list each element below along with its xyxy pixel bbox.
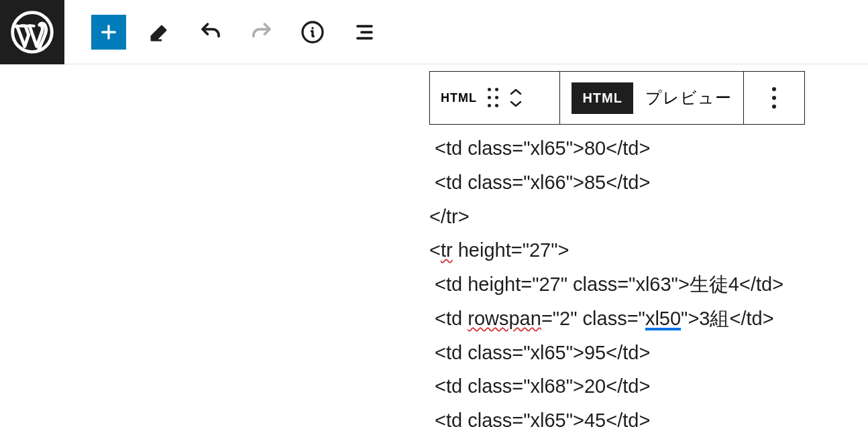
chevron-down-icon[interactable]	[509, 100, 523, 108]
more-options-button[interactable]	[772, 87, 776, 109]
block-toolbar: HTML HTML プレビュー	[429, 71, 805, 125]
code-line: <td class="xl65">95</td>	[429, 336, 868, 370]
chevron-up-icon[interactable]	[509, 88, 523, 96]
code-line: <td class="xl68">20</td>	[429, 369, 868, 404]
move-updown-control[interactable]	[509, 88, 523, 108]
add-block-button[interactable]	[91, 15, 126, 50]
block-type-label[interactable]: HTML	[441, 91, 477, 105]
html-code-editor[interactable]: <td class="xl65">80</td> <td class="xl66…	[429, 131, 868, 431]
code-line: <tr height="27">	[429, 233, 868, 267]
code-line: <td class="xl65">80</td>	[429, 131, 868, 166]
code-line: <td height="27" class="xl63">生徒4</td>	[429, 267, 868, 302]
drag-handle-icon[interactable]	[488, 88, 498, 108]
edit-tool-button[interactable]	[142, 15, 177, 50]
code-line: </tr>	[429, 200, 868, 234]
info-button[interactable]	[295, 15, 330, 50]
html-mode-button[interactable]: HTML	[572, 82, 633, 114]
preview-mode-button[interactable]: プレビュー	[645, 87, 732, 109]
code-line: <td class="xl66">85</td>	[429, 166, 868, 200]
code-line: <td rowspan="2" class="xl50">3組</td>	[429, 302, 868, 336]
wordpress-logo[interactable]	[0, 0, 64, 64]
redo-button[interactable]	[244, 15, 279, 50]
undo-button[interactable]	[193, 15, 228, 50]
outline-button[interactable]	[346, 15, 381, 50]
code-line: <td class="xl65">45</td>	[429, 404, 868, 431]
